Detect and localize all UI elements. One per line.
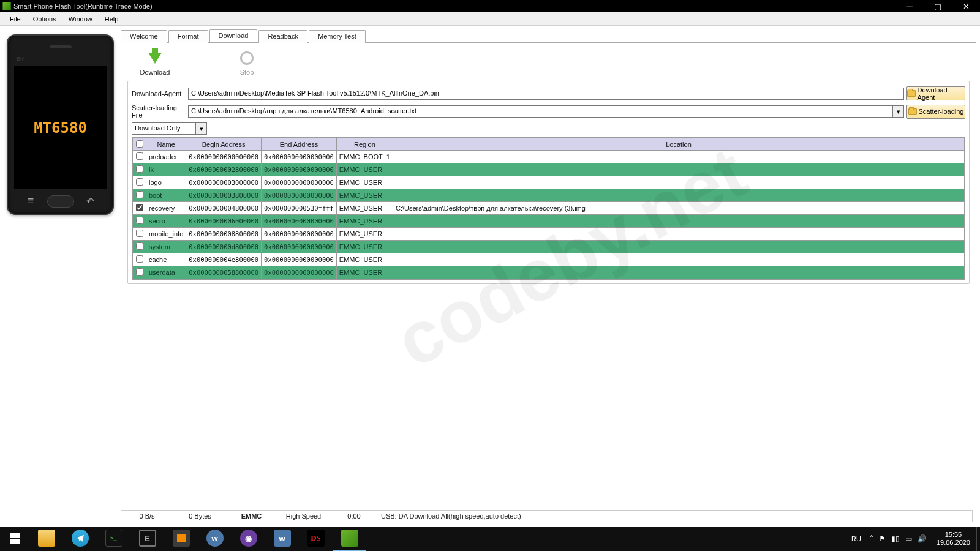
partition-table[interactable]: Name Begin Address End Address Region Lo… [132,137,965,280]
table-row[interactable]: preloader0x00000000000000000x00000000000… [133,151,965,163]
taskbar-telegram[interactable] [63,527,97,551]
header-location[interactable]: Location [393,138,965,151]
table-row[interactable]: boot0x00000000038000000x0000000000000000… [133,189,965,202]
header-end[interactable]: End Address [262,138,337,151]
download-arrow-icon [147,50,163,66]
menu-options[interactable]: Options [27,14,62,24]
table-row[interactable]: logo0x00000000030000000x0000000000000000… [133,176,965,189]
da-path-input[interactable]: C:\Users\admin\Desktop\MediaTek SP Flash… [188,88,904,100]
menu-window[interactable]: Window [62,14,99,24]
row-checkbox[interactable] [133,253,146,266]
taskbar-clock[interactable]: 15:55 19.06.2020 [930,531,976,547]
folder-icon [908,108,917,115]
close-button[interactable]: ✕ [952,0,980,12]
flag-icon[interactable]: ⚑ [879,534,886,543]
phone-back-icon: ↶ [83,195,97,208]
phone-brand: BM [17,56,25,62]
row-begin: 0x0000000003800000 [186,189,262,202]
da-label: Download-Agent [132,90,186,97]
row-checkbox[interactable] [133,241,146,253]
status-bytes: 0 Bytes [173,511,227,522]
scatter-loading-button[interactable]: Scatter-loading [907,105,965,119]
status-storage: EMMC [227,511,276,522]
tab-welcome[interactable]: Welcome [121,30,167,43]
scatter-path-input[interactable]: C:\Users\admin\Desktop\тврп для алкатель… [188,105,904,118]
row-begin: 0x0000000004800000 [186,202,262,215]
table-row[interactable]: secro0x00000000060000000x000000000000000… [133,215,965,228]
row-region: EMMC_BOOT_1 [336,151,393,163]
taskbar-explorer[interactable] [29,527,63,551]
taskbar-vk2[interactable]: w [265,527,299,551]
row-begin: 0x0000000006000000 [186,215,262,228]
table-row[interactable]: recovery0x00000000048000000x000000000530… [133,202,965,215]
status-speed: 0 B/s [121,511,173,522]
row-checkbox[interactable] [133,228,146,241]
header-checkbox[interactable] [133,138,146,151]
menu-help[interactable]: Help [99,14,125,24]
header-name[interactable]: Name [146,138,186,151]
window-title: Smart Phone Flash Tool(Runtime Trace Mod… [13,2,153,10]
row-name: recovery [146,202,186,215]
row-name: preloader [146,151,186,163]
row-region: EMMC_USER [336,241,393,253]
taskbar-ds[interactable]: DS [299,527,333,551]
table-row[interactable]: cache0x000000004e8000000x000000000000000… [133,253,965,266]
download-agent-button[interactable]: Download Agent [907,86,965,100]
battery-icon[interactable]: ▭ [905,534,912,543]
language-indicator[interactable]: RU [846,535,866,542]
taskbar: >_ E w ◉ w DS RU ˄ ⚑ ▮▯ ▭ 🔊 15:55 19.06.… [0,527,980,551]
header-begin[interactable]: Begin Address [186,138,262,151]
row-begin: 0x0000000003000000 [186,176,262,189]
table-row[interactable]: userdata0x00000000588000000x000000000000… [133,266,965,279]
status-time: 0:00 [331,511,377,522]
row-checkbox[interactable] [133,202,146,215]
tab-download[interactable]: Download [209,29,258,42]
chip-label: MT6580 [34,119,87,137]
row-checkbox[interactable] [133,266,146,279]
maximize-button[interactable]: ▢ [924,0,952,12]
chevron-up-icon[interactable]: ˄ [870,534,873,543]
minimize-button[interactable]: ─ [895,0,924,12]
chevron-down-icon[interactable]: ▾ [892,106,903,117]
show-desktop-button[interactable] [976,527,980,551]
row-checkbox[interactable] [133,189,146,202]
chevron-down-icon[interactable]: ▾ [195,123,206,134]
tab-bar: Welcome Format Download Readback Memory … [121,29,976,42]
taskbar-tor[interactable]: ◉ [232,527,265,551]
telegram-icon [72,530,89,547]
row-checkbox[interactable] [133,215,146,228]
taskbar-sublime[interactable] [164,527,198,551]
tab-memory-test[interactable]: Memory Test [309,30,366,43]
stop-button[interactable]: Stop [225,50,268,76]
download-button[interactable]: Download [134,50,176,76]
table-row[interactable]: lk0x00000000028000000x0000000000000000EM… [133,163,965,176]
row-end: 0x0000000000000000 [262,189,337,202]
row-checkbox[interactable] [133,163,146,176]
tab-format[interactable]: Format [168,30,208,43]
network-icon[interactable]: ▮▯ [891,534,900,543]
system-tray[interactable]: ˄ ⚑ ▮▯ ▭ 🔊 [866,534,930,543]
phone-home-icon [47,195,74,208]
taskbar-vk[interactable]: w [198,527,232,551]
menu-file[interactable]: File [4,14,27,24]
ds-icon: DS [307,530,325,547]
row-region: EMMC_USER [336,189,393,202]
volume-icon[interactable]: 🔊 [918,534,927,543]
taskbar-spflash[interactable] [333,527,366,551]
download-mode-select[interactable]: Download Only ▾ [132,122,207,135]
tab-readback[interactable]: Readback [258,30,307,43]
row-end: 0x0000000000000000 [262,163,337,176]
row-checkbox[interactable] [133,151,146,163]
table-row[interactable]: system0x000000000d8000000x00000000000000… [133,241,965,253]
row-begin: 0x000000004e800000 [186,253,262,266]
header-region[interactable]: Region [336,138,393,151]
explorer-icon [38,530,55,547]
taskbar-terminal[interactable]: >_ [97,527,130,551]
row-name: boot [146,189,186,202]
taskbar-app-e[interactable]: E [130,527,164,551]
menu-bar: File Options Window Help [0,12,980,26]
row-region: EMMC_USER [336,176,393,189]
table-row[interactable]: mobile_info0x00000000088000000x000000000… [133,228,965,241]
start-button[interactable] [0,527,29,551]
row-checkbox[interactable] [133,176,146,189]
